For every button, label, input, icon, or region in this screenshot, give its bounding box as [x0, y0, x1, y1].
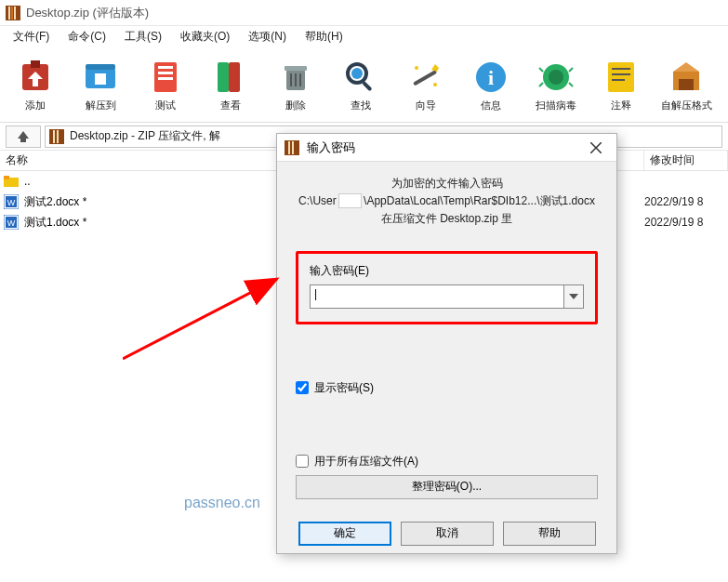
menu-help[interactable]: 帮助(H): [296, 27, 352, 46]
password-dropdown-button[interactable]: [563, 284, 584, 309]
window-title: Desktop.zip (评估版本): [26, 5, 149, 21]
scan-label: 扫描病毒: [536, 99, 576, 112]
menu-fav[interactable]: 收藏夹(O): [171, 27, 239, 46]
cancel-button[interactable]: 取消: [401, 522, 494, 546]
svg-line-34: [569, 83, 573, 86]
folder-up-icon: [4, 174, 19, 189]
svg-line-31: [539, 68, 543, 72]
menu-tool[interactable]: 工具(S): [115, 27, 171, 46]
delete-label: 删除: [285, 99, 306, 112]
svg-rect-7: [86, 64, 115, 70]
dialog-app-icon: [285, 140, 299, 155]
sfx-icon: [668, 59, 705, 96]
svg-rect-16: [285, 66, 307, 71]
svg-rect-18: [295, 73, 297, 86]
delete-icon: [277, 59, 314, 96]
app-icon: [6, 6, 20, 20]
wizard-button[interactable]: 向导: [400, 59, 452, 112]
find-button[interactable]: 查找: [335, 59, 387, 112]
svg-point-25: [415, 66, 418, 70]
svg-rect-1: [8, 7, 10, 20]
svg-text:W: W: [7, 218, 16, 228]
test-button[interactable]: 测试: [139, 59, 192, 112]
col-time[interactable]: 修改时间: [644, 151, 728, 170]
redacted-path: [338, 193, 362, 208]
all-archives-row[interactable]: 用于所有压缩文件(A): [296, 454, 598, 470]
info-icon: i: [472, 59, 510, 96]
svg-rect-5: [31, 60, 40, 68]
msg-line3: 在压缩文件 Desktop.zip 里: [296, 210, 598, 228]
add-icon: [17, 59, 54, 96]
menu-bar: 文件(F) 命令(C) 工具(S) 收藏夹(O) 选项(N) 帮助(H): [0, 26, 728, 46]
annotation-arrow: [123, 275, 299, 387]
file-name: 测试1.docx *: [24, 215, 86, 231]
up-button[interactable]: [6, 126, 41, 148]
info-button[interactable]: i 信息: [465, 59, 517, 112]
show-password-row[interactable]: 显示密码(S): [296, 380, 598, 396]
comment-button[interactable]: 注释: [595, 59, 647, 112]
add-label: 添加: [25, 99, 46, 112]
dialog-message: 为加密的文件输入密码 C:\User \AppData\Local\Temp\R…: [296, 175, 598, 229]
svg-rect-44: [53, 130, 55, 143]
menu-command[interactable]: 命令(C): [59, 27, 115, 46]
all-archives-checkbox[interactable]: [296, 455, 309, 468]
sfx-label: 自解压格式: [661, 99, 712, 112]
password-dialog: 输入密码 为加密的文件输入密码 C:\User \AppData\Local\T…: [276, 133, 617, 554]
svg-rect-17: [290, 73, 292, 86]
password-section: 输入密码(E) |: [296, 251, 598, 324]
svg-point-30: [549, 70, 563, 85]
svg-rect-21: [362, 81, 372, 91]
svg-rect-12: [158, 77, 173, 80]
show-password-checkbox[interactable]: [296, 381, 309, 394]
dialog-title: 输入密码: [307, 139, 583, 156]
doc-icon: W: [4, 215, 19, 230]
scan-button[interactable]: 扫描病毒: [530, 59, 582, 112]
wizard-label: 向导: [416, 99, 436, 112]
extract-label: 解压到: [86, 99, 116, 112]
svg-rect-45: [57, 130, 59, 143]
toolbar: 添加 解压到 测试 查看 删除 查找 向导 i 信息 扫描病毒 注释 自解压格式: [0, 46, 728, 123]
comment-label: 注释: [611, 99, 631, 112]
password-label: 输入密码(E): [310, 263, 584, 279]
view-label: 查看: [220, 99, 241, 112]
svg-rect-38: [612, 79, 625, 81]
watermark: passneo.cn: [184, 495, 260, 511]
address-text: Desktop.zip - ZIP 压缩文件, 解: [70, 128, 220, 144]
help-button[interactable]: 帮助: [503, 522, 596, 546]
ok-button[interactable]: 确定: [298, 522, 391, 546]
svg-rect-2: [11, 7, 13, 20]
svg-text:i: i: [488, 66, 494, 89]
svg-rect-23: [413, 70, 437, 86]
svg-rect-14: [229, 62, 240, 92]
svg-rect-55: [288, 141, 290, 154]
svg-point-26: [433, 83, 437, 86]
test-label: 测试: [155, 99, 176, 112]
svg-rect-19: [299, 73, 301, 86]
close-button[interactable]: [583, 142, 609, 153]
svg-point-22: [351, 68, 363, 79]
all-archives-label: 用于所有压缩文件(A): [314, 454, 418, 470]
svg-marker-42: [18, 131, 29, 142]
msg-line2: C:\User \AppData\Local\Temp\Rar$DIb12...…: [296, 192, 598, 210]
svg-line-61: [123, 279, 277, 359]
organize-passwords-button[interactable]: 整理密码(O)...: [296, 475, 598, 499]
menu-file[interactable]: 文件(F): [4, 27, 59, 46]
up-arrow-icon: [16, 131, 31, 142]
view-icon: [212, 59, 249, 96]
sfx-button[interactable]: 自解压格式: [660, 59, 712, 112]
svg-rect-8: [95, 73, 106, 85]
svg-marker-40: [673, 62, 699, 72]
delete-button[interactable]: 删除: [270, 59, 322, 112]
menu-option[interactable]: 选项(N): [239, 27, 296, 46]
file-name: 测试2.docx *: [24, 194, 86, 210]
view-button[interactable]: 查看: [205, 59, 257, 112]
add-button[interactable]: 添加: [9, 59, 61, 112]
show-password-label: 显示密码(S): [314, 380, 374, 396]
svg-marker-24: [431, 64, 439, 72]
svg-line-33: [539, 83, 543, 86]
password-input[interactable]: |: [310, 284, 563, 309]
dialog-buttons: 确定 取消 帮助: [296, 522, 598, 546]
extract-button[interactable]: 解压到: [74, 59, 126, 112]
svg-rect-56: [292, 141, 294, 154]
svg-rect-3: [14, 7, 16, 20]
